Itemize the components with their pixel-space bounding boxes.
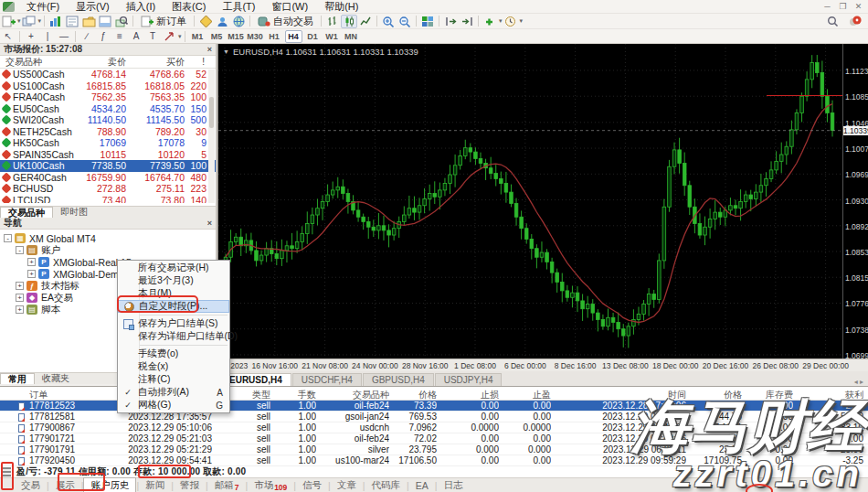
notifications-icon[interactable] xyxy=(846,15,863,28)
menu-0[interactable]: 文件(F) xyxy=(18,0,68,13)
menu-1[interactable]: 显示(V) xyxy=(68,0,118,13)
price-scale[interactable]: 1.112351.108501.104601.100751.096901.093… xyxy=(842,44,868,358)
zoom-in-icon[interactable] xyxy=(380,15,397,28)
menu-item-6[interactable]: 保存为详细户口结单(D) xyxy=(118,330,229,343)
terminal-tab-7[interactable]: 信号 xyxy=(296,478,328,492)
chart-tab-EURUSD[interactable]: EURUSD,H4 xyxy=(220,373,291,386)
restore-button[interactable]: ❐ xyxy=(837,2,849,11)
candlestick-chart[interactable] xyxy=(218,44,842,358)
terminal-col-7[interactable]: 止盈 xyxy=(501,389,551,401)
minimize-button[interactable]: ─ xyxy=(821,2,833,11)
terminal-tab-0[interactable]: 交易 xyxy=(15,478,47,492)
market-watch-row[interactable]: US100Cash16815.8516818.05220 xyxy=(0,80,216,92)
market-watch-row[interactable]: SPAIN35Cash10115101205 xyxy=(0,149,216,161)
tab-tick-chart[interactable]: 即时图 xyxy=(53,207,95,218)
col-ask[interactable]: 买价 xyxy=(126,56,185,69)
col-bid[interactable]: 卖价 xyxy=(84,56,126,69)
market-watch-scrollbar[interactable] xyxy=(208,70,215,203)
timeframe-M30[interactable]: M30 xyxy=(247,30,264,43)
bar-chart-icon[interactable] xyxy=(324,15,341,28)
tile-windows-icon[interactable] xyxy=(419,15,436,28)
terminal-tab-11[interactable]: 日志 xyxy=(438,478,470,492)
expand-icon[interactable]: + xyxy=(16,294,24,302)
menu-5[interactable]: 窗口(W) xyxy=(263,0,316,13)
zoom-out-icon[interactable] xyxy=(397,15,413,28)
timeframe-MN[interactable]: MN xyxy=(343,30,360,43)
terminal-col-3[interactable]: 手数 xyxy=(280,389,316,401)
chart-collapse-icon[interactable]: ▼ xyxy=(223,48,229,55)
channel-icon[interactable]: ≡ xyxy=(111,29,128,43)
menu-6[interactable]: 帮助(H) xyxy=(316,0,366,13)
timeframe-W1[interactable]: W1 xyxy=(323,30,341,43)
line-chart-icon[interactable] xyxy=(357,15,374,28)
autotrade-button[interactable]: 自动交易 xyxy=(253,15,318,28)
new-chart-dropdown[interactable]: ▾ xyxy=(17,17,21,25)
market-watch-row[interactable]: EU50Cash4534.204535.70150 xyxy=(0,103,216,115)
auto-scroll-icon[interactable] xyxy=(459,15,475,28)
expand-icon[interactable]: + xyxy=(27,270,36,278)
col-warn[interactable]: ! xyxy=(185,57,216,67)
market-watch-row[interactable]: FRA40Cash7562.357563.35100 xyxy=(0,91,216,103)
periods-icon[interactable] xyxy=(503,15,519,28)
timeframe-M15[interactable]: M15 xyxy=(228,30,245,43)
navigator-close-icon[interactable]: × xyxy=(207,219,212,228)
terminal-tab-4[interactable]: 警报 xyxy=(174,478,206,492)
terminal-tab-5[interactable]: 邮箱7 xyxy=(208,478,246,492)
shapes-dropdown[interactable]: ▾ xyxy=(178,33,182,40)
timeframe-H1[interactable]: H1 xyxy=(266,30,283,43)
profiles-icon[interactable] xyxy=(21,15,37,28)
menu-item-8[interactable]: 手续费(o) xyxy=(118,348,229,360)
indicators-icon[interactable] xyxy=(482,15,498,28)
chart-tab-USDJPY[interactable]: USDJPY,H4 xyxy=(435,373,503,386)
market-watch-close-icon[interactable]: × xyxy=(207,45,212,54)
expand-icon[interactable]: + xyxy=(16,305,24,314)
timeframe-M1[interactable]: M1 xyxy=(189,30,206,43)
menu-item-12[interactable]: ✓网格(G)G xyxy=(118,399,229,412)
crosshair-icon[interactable]: + xyxy=(23,29,39,43)
new-chart-icon[interactable] xyxy=(0,15,16,28)
hline-icon[interactable]: — xyxy=(56,29,72,43)
vline-icon[interactable]: | xyxy=(39,29,56,43)
menu-item-1[interactable]: 最近3个月(3) xyxy=(118,274,229,287)
terminal-tab-3[interactable]: 新闻 xyxy=(139,478,171,492)
community-icon[interactable] xyxy=(214,15,230,28)
market-watch-row[interactable]: GER40Cash16759.9016764.70480 xyxy=(0,172,216,184)
strategy-tester-icon[interactable] xyxy=(113,15,130,28)
terminal-col-2[interactable]: 类型 xyxy=(225,389,270,401)
menu-2[interactable]: 插入(I) xyxy=(118,0,164,13)
navigator-icon[interactable] xyxy=(80,15,97,28)
terminal-col-0[interactable]: 订单 xyxy=(29,389,102,401)
terminal-col-5[interactable]: 价格 xyxy=(391,389,437,401)
chart-tab-scroll-icons[interactable]: ◂ ▸ xyxy=(854,378,868,386)
terminal-col-6[interactable]: 止损 xyxy=(446,389,499,401)
data-window-icon[interactable] xyxy=(64,15,80,28)
timeframe-H4[interactable]: H4 xyxy=(285,30,302,43)
terminal-tab-8[interactable]: 文章 xyxy=(331,478,363,492)
col-symbol[interactable]: 交易品种 xyxy=(0,56,84,69)
market-watch-row[interactable]: LTCUSD73.4073.80140 xyxy=(0,195,216,204)
search-icon[interactable] xyxy=(824,15,841,28)
market-watch-row[interactable]: BCHUSD272.88275.11223 xyxy=(0,183,216,195)
market-watch-row[interactable]: HK50Cash17069170789 xyxy=(0,137,216,149)
candle-chart-icon[interactable] xyxy=(341,15,357,28)
collapse-icon[interactable]: - xyxy=(4,234,12,242)
chart-tab-USDCHF[interactable]: USDCHF,H4 xyxy=(292,373,362,386)
tab-favorites[interactable]: 收藏夹 xyxy=(35,373,77,384)
tree-item-accounts[interactable]: -▤账户 xyxy=(0,244,216,256)
market-watch-row[interactable]: SWI20Cash11140.5011145.50500 xyxy=(0,114,216,126)
timeframe-M5[interactable]: M5 xyxy=(208,30,226,43)
terminal-tab-9[interactable]: 代码库 xyxy=(365,478,408,492)
expand-icon[interactable]: + xyxy=(27,258,36,266)
expand-icon[interactable]: + xyxy=(16,282,24,290)
periods-dropdown[interactable]: ▾ xyxy=(520,17,524,25)
metaeditor-icon[interactable] xyxy=(197,15,214,28)
web-icon[interactable] xyxy=(230,15,247,28)
collapse-icon[interactable]: - xyxy=(16,246,24,254)
market-watch-row[interactable]: US500Cash4768.144768.6652 xyxy=(0,69,216,80)
market-watch-icon[interactable] xyxy=(48,15,64,28)
menu-item-10[interactable]: 注释(C) xyxy=(118,373,229,386)
menu-4[interactable]: 工具(T) xyxy=(214,0,263,13)
new-order-button[interactable]: 新订单 xyxy=(136,15,191,28)
terminal-col-4[interactable]: 交易品种 xyxy=(316,389,389,401)
menu-item-9[interactable]: 税金(x) xyxy=(118,360,229,373)
